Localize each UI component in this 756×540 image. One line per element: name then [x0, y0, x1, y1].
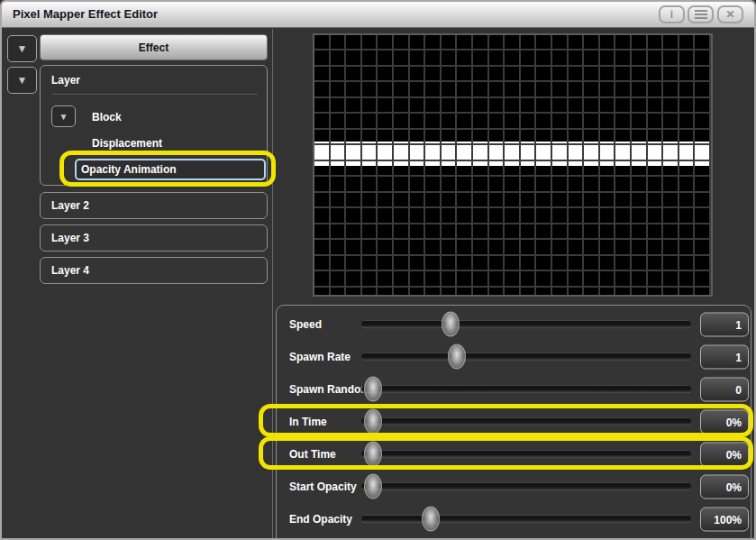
slider-label: Out Time — [289, 448, 336, 461]
slider-thumb[interactable] — [442, 312, 460, 337]
layer-tree-panel: Layer ▼ Block Displacement Opacity Anima… — [40, 65, 268, 186]
panel-divider — [272, 29, 273, 538]
slider-thumb[interactable] — [364, 474, 382, 499]
slider-track[interactable] — [361, 321, 691, 329]
slider-track[interactable] — [361, 451, 691, 459]
tree-separator — [51, 94, 258, 95]
slider-value-box[interactable]: 0% — [700, 475, 749, 499]
effect-parameters-panel: Speed1Spawn Rate1Spawn Random0In Time0%O… — [276, 305, 751, 538]
slider-value-box[interactable]: 1 — [700, 313, 749, 337]
layer-4-button[interactable]: Layer 4 — [40, 257, 268, 284]
pixel-mapper-effect-editor-window: Pixel Mapper Effect Editor i ✕ ▼ ▼ Effec… — [0, 0, 756, 540]
chevron-down-icon: ▼ — [17, 74, 28, 87]
slider-row-in-time: In Time0% — [277, 406, 751, 438]
slider-track[interactable] — [361, 386, 691, 394]
slider-value-box[interactable]: 1 — [700, 345, 749, 370]
layer-4-label: Layer 4 — [51, 264, 89, 277]
slider-row-end-opacity: End Opacity100% — [277, 503, 751, 535]
slider-track[interactable] — [361, 483, 691, 491]
slider-thumb[interactable] — [422, 507, 440, 532]
close-icon: ✕ — [725, 9, 734, 20]
slider-row-speed: Speed1 — [277, 308, 751, 341]
layer-3-button[interactable]: Layer 3 — [40, 224, 268, 252]
chevron-down-icon: ▼ — [59, 112, 68, 122]
info-button[interactable]: i — [659, 5, 685, 23]
layer-3-label: Layer 3 — [51, 232, 89, 244]
editor-content: ▼ ▼ Effect Layer ▼ Block Displacement Op… — [2, 29, 754, 538]
slider-value-box[interactable]: 0% — [700, 443, 749, 467]
collapse-layer-button[interactable]: ▼ — [7, 67, 37, 94]
grid-lines — [314, 35, 711, 295]
hamburger-icon — [695, 10, 707, 19]
close-button[interactable]: ✕ — [717, 5, 743, 23]
slider-value-box[interactable]: 0% — [700, 410, 749, 435]
collapse-effect-button[interactable]: ▼ — [7, 35, 37, 62]
slider-row-spawn-random: Spawn Random0 — [277, 373, 751, 406]
info-icon: i — [670, 9, 673, 20]
slider-row-out-time: Out Time0% — [277, 438, 751, 471]
opacity-animation-selected-item[interactable]: Opacity Animation — [75, 159, 266, 180]
displacement-node-label[interactable]: Displacement — [92, 137, 162, 150]
slider-label: Speed — [289, 318, 322, 331]
slider-label: Spawn Random — [289, 383, 370, 396]
slider-row-start-opacity: Start Opacity0% — [277, 471, 751, 503]
slider-track[interactable] — [361, 516, 691, 524]
window-title: Pixel Mapper Effect Editor — [13, 7, 158, 21]
layer-2-label: Layer 2 — [51, 199, 89, 212]
slider-track[interactable] — [361, 353, 691, 362]
menu-button[interactable] — [688, 5, 714, 23]
slider-label: In Time — [289, 416, 327, 428]
opacity-animation-label: Opacity Animation — [81, 163, 177, 176]
slider-thumb[interactable] — [448, 344, 466, 370]
layer-node-label[interactable]: Layer — [51, 74, 80, 87]
block-node-label[interactable]: Block — [92, 111, 122, 124]
titlebar: Pixel Mapper Effect Editor i ✕ — [2, 2, 754, 28]
effect-button[interactable]: Effect — [40, 34, 268, 60]
slider-thumb[interactable] — [364, 442, 382, 467]
slider-thumb[interactable] — [364, 409, 382, 435]
slider-track[interactable] — [361, 418, 691, 426]
slider-label: Start Opacity — [289, 481, 357, 493]
chevron-down-icon: ▼ — [17, 42, 28, 55]
slider-thumb[interactable] — [364, 377, 382, 402]
layer-2-button[interactable]: Layer 2 — [40, 192, 268, 219]
slider-label: Spawn Rate — [289, 351, 351, 363]
slider-label: End Opacity — [289, 513, 352, 526]
effect-button-label: Effect — [139, 41, 169, 54]
pixel-preview-grid — [313, 33, 713, 297]
collapse-block-button[interactable]: ▼ — [51, 105, 76, 127]
slider-value-box[interactable]: 100% — [700, 508, 749, 532]
slider-row-spawn-rate: Spawn Rate1 — [277, 341, 751, 373]
slider-value-box[interactable]: 0 — [700, 378, 749, 402]
